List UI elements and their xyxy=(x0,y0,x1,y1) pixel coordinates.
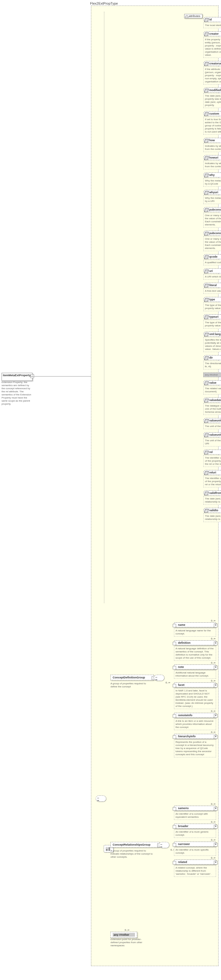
attribute-name: xml:lang xyxy=(204,332,221,337)
group-annotation: A group of properties required to indica… xyxy=(110,850,154,859)
element-annotation: A related concept, where the relationshi… xyxy=(174,865,216,877)
attribute-annotation: The directionality of textual content (e… xyxy=(204,361,221,369)
element-definition: definition+A natural language definition… xyxy=(174,640,216,661)
attribute-annotation: A URI which identifies a concept. xyxy=(204,274,221,280)
element-annotation: A natural language name for the concept. xyxy=(174,628,216,636)
attribute-pubconstraint: pubconstraintOne or many constraints tha… xyxy=(204,207,221,228)
attributes-badge: attributes xyxy=(184,14,202,18)
attribute-name: type xyxy=(204,297,221,302)
any-extension: any ##other xyxy=(110,932,137,938)
expand-icon[interactable]: + xyxy=(214,861,218,864)
expand-icon[interactable]: + xyxy=(214,624,218,627)
attribute-name: rel xyxy=(204,450,221,455)
attribute-annotation: The type of the concept assigned as cont… xyxy=(204,320,221,329)
expand-icon[interactable]: + xyxy=(214,843,218,846)
attribute-rel: relThe identifier of a concept defining … xyxy=(204,450,221,467)
attribute-annotation: The date (and, optionally, the time) bef… xyxy=(204,496,221,505)
element-name: narrower+ xyxy=(174,842,216,846)
expand-icon[interactable]: + xyxy=(214,641,218,645)
attribute-name: value xyxy=(204,380,221,385)
attribute-annotation: The related value (see more in the spec … xyxy=(204,386,221,395)
attribute-annotation: If the property value is not defined, sp… xyxy=(204,37,221,58)
group-name: ConceptDefinitionGroup xyxy=(113,676,152,679)
attribute-valueunit: valueunitThe unit of the value attribute… xyxy=(204,418,221,429)
expand-icon[interactable]: + xyxy=(214,684,218,687)
any-annotation: Extension point for provider-defined pro… xyxy=(110,938,148,947)
attribute-name: why xyxy=(204,172,221,177)
any-attribute-type: any ##other xyxy=(204,372,221,377)
attribute-value: valueThe related value (see more in the … xyxy=(204,380,221,395)
element-annotation: An identifier of a more generic concept. xyxy=(174,829,216,838)
cardinality: 0..∞ xyxy=(211,821,215,823)
attribute-annotation: The unit of the value attribute. xyxy=(204,423,221,429)
element-note: note+Additional natural language informa… xyxy=(174,665,216,679)
attribute-reluri: reluriThe identifier of a concept defini… xyxy=(204,470,221,487)
attribute-creatoruri: creatoruriIf the attribute is empty, spe… xyxy=(204,61,221,84)
element-narrower: narrower+An identifier of a more specifi… xyxy=(174,842,216,856)
element-annotation: Represents the position of a concept in … xyxy=(174,740,216,757)
attribute-how: howIndicates by which means the value wa… xyxy=(204,138,221,152)
attribute-id: idThe local identifier of the property. xyxy=(204,17,221,28)
attribute-name: whyuri xyxy=(204,190,221,195)
expand-icon[interactable]: + xyxy=(214,666,218,670)
element-name: hierarchyInfo+ xyxy=(174,734,216,739)
element-name: related+ xyxy=(174,859,216,864)
attribute-annotation: Why the metadata has been included - exp… xyxy=(204,196,221,204)
attribute-why: whyWhy the metadata has been included - … xyxy=(204,172,221,187)
sequence-connector xyxy=(159,842,169,848)
element-annotation: An identifier of a concept with equivale… xyxy=(174,811,216,820)
attribute-annotation: The identifier of a concept defining the… xyxy=(204,476,221,487)
element-name: sameAs+ xyxy=(174,806,216,811)
attribute-name: pubconstrainturi xyxy=(204,231,221,235)
attribute-annotation: The identifier of a concept defining the… xyxy=(204,455,221,467)
crg-children: sameAs+An identifier of a concept with e… xyxy=(174,806,216,881)
element-name: name+ xyxy=(174,622,216,627)
attribute-name: custom xyxy=(204,111,221,116)
attribute-qcode: qcodeA qualified code which identifies a… xyxy=(204,254,221,266)
attribute-annotation: If the attribute is empty, specifies whi… xyxy=(204,67,221,84)
expand-icon[interactable]: + xyxy=(214,807,218,811)
attribute-annotation: A qualified code which identifies a conc… xyxy=(204,260,221,266)
attribute-validto: validtoThe date (and, optionally, the ti… xyxy=(204,508,221,522)
attribute-name: validto xyxy=(204,508,221,513)
attribute-annotation: Specifies the language of this property … xyxy=(204,337,221,352)
expand-icon[interactable]: + xyxy=(214,735,218,739)
element-annotation: In NAR 1.8 and later, facet is deprecate… xyxy=(174,688,216,709)
attribute-whyuri: whyuriWhy the metadata has been included… xyxy=(204,190,221,204)
element-name: facet+ xyxy=(174,682,216,687)
element-sameAs: sameAs+An identifier of a concept with e… xyxy=(174,806,216,820)
element-hierarchyInfo: hierarchyInfo+Represents the position of… xyxy=(174,734,216,757)
attribute-annotation: If set to true the corresponding propert… xyxy=(204,117,221,135)
sequence-connector xyxy=(154,675,164,681)
cardinality: 0..∞ xyxy=(211,856,215,859)
attribute-name: reluri xyxy=(204,470,221,475)
attribute-annotation: The unit of the value attribute - expres… xyxy=(204,438,221,447)
attribute-name: literal xyxy=(204,283,221,288)
attribute-annotation: The date (and, optionally, the time) whe… xyxy=(204,93,221,108)
concept-definition-group: ConceptDefinitionGroup − xyxy=(110,675,154,680)
attribute-name: qcode xyxy=(204,254,221,259)
attribute-annotation: A free-text value assigned as property v… xyxy=(204,288,221,294)
attribute-modified: modifiedThe date (and, optionally, the t… xyxy=(204,88,221,108)
element-annotation: A link to an item or a web resource whic… xyxy=(174,718,216,730)
attribute-valueunituri: valueunituriThe unit of the value attrib… xyxy=(204,432,221,447)
connector xyxy=(104,12,105,603)
attribute-howuri: howuriIndicates by which means the value… xyxy=(204,155,221,169)
attribute-name: id xyxy=(204,17,221,22)
cardinality: 0..∞ xyxy=(211,803,215,805)
cdg-children: name+A natural language name for the con… xyxy=(174,622,216,761)
attribute-type: typeThe type of the concept assigned as … xyxy=(204,297,221,311)
attribute-creator: creatorIf the property value is not defi… xyxy=(204,31,221,58)
element-name: name+A natural language name for the con… xyxy=(174,622,216,636)
expand-icon[interactable]: + xyxy=(214,825,218,829)
attribute-name: valueunituri xyxy=(204,432,221,437)
cardinality: 0..∞ xyxy=(125,929,129,931)
attribute-annotation: One or many constraints that apply to pu… xyxy=(204,236,221,251)
element-broader: broader+An identifier of a more generic … xyxy=(174,824,216,838)
attribute-name: howuri xyxy=(204,155,221,160)
cardinality: 0..∞ xyxy=(211,637,215,640)
attribute-name: valueunit xyxy=(204,418,221,423)
attribute-xml:lang: xml:langSpecifies the language of this p… xyxy=(204,332,221,352)
expand-icon[interactable]: + xyxy=(214,714,218,718)
element-remoteInfo: remoteInfo+A link to an item or a web re… xyxy=(174,713,216,730)
